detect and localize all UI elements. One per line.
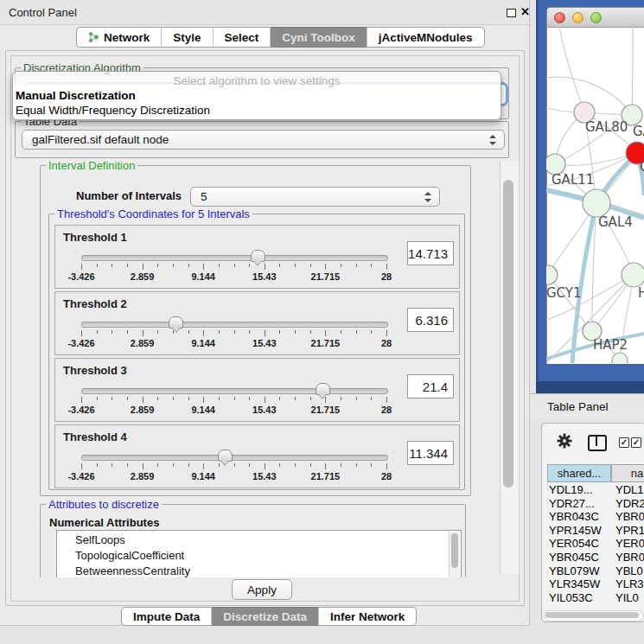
tab-infer-network[interactable]: Infer Network <box>319 607 417 626</box>
attribute-item-betweennesscentrality[interactable]: BetweennessCentrality <box>57 564 461 577</box>
tick-mark <box>127 330 128 334</box>
node-bottom[interactable] <box>612 353 628 363</box>
float-window-icon[interactable] <box>507 9 516 17</box>
cell-name: YBL0 <box>615 564 643 577</box>
tick-mark <box>112 397 112 400</box>
table-row[interactable]: YPR145WYPR1 <box>547 524 644 538</box>
threshold-3-slider-track[interactable] <box>81 388 388 394</box>
tab-jactivemnodules[interactable]: jActiveMNodules <box>367 27 485 48</box>
list-scrollbar[interactable] <box>449 532 460 577</box>
popup-item-manual-discretization[interactable]: Manual Discretization <box>16 89 136 102</box>
network-edge[interactable] <box>548 275 592 331</box>
node-gcy1[interactable] <box>546 265 558 284</box>
threshold-4-slider-thumb[interactable] <box>218 450 233 462</box>
network-window-titlebar[interactable] <box>547 8 644 28</box>
tick-mark <box>249 330 250 334</box>
threshold-4-value-input[interactable]: 11.344 <box>407 441 454 465</box>
tick-mark <box>203 330 204 336</box>
tick-mark <box>173 397 174 400</box>
tick-label: 9.144 <box>177 338 229 348</box>
control-panel-titlebar: Control Panel ✕ <box>0 0 529 25</box>
attribute-item-topologicalcoefficient[interactable]: TopologicalCoefficient <box>57 548 461 564</box>
tick-mark <box>279 397 280 400</box>
threshold-2-slider-thumb[interactable] <box>169 316 183 328</box>
cell-shared-name: YBL079W <box>549 564 600 577</box>
tab-select[interactable]: Select <box>214 27 271 48</box>
close-icon[interactable]: ✕ <box>520 5 530 18</box>
threshold-1-slider-thumb[interactable] <box>251 250 265 262</box>
column-header-shared-[interactable]: shared... <box>547 464 611 482</box>
tick-mark <box>279 264 280 267</box>
threshold-1-slider-track[interactable] <box>81 255 388 261</box>
minimize-traffic-light[interactable] <box>572 12 583 23</box>
main-scrollbar-thumb[interactable] <box>503 180 513 488</box>
attributes-group: Attributes to discretize Numerical Attri… <box>40 504 466 577</box>
tick-mark <box>356 397 357 400</box>
tick-mark <box>219 330 220 334</box>
gear-icon[interactable] <box>557 433 572 449</box>
table-data-combobox[interactable]: galFiltered.sif default node <box>22 130 505 150</box>
tick-mark <box>143 397 143 403</box>
column-header-na[interactable]: na <box>611 464 644 482</box>
network-edge[interactable] <box>632 26 633 115</box>
cell-shared-name: YLR345W <box>549 577 600 590</box>
threshold-4-slider-track[interactable] <box>81 455 388 461</box>
tab-network[interactable]: Network <box>76 27 162 48</box>
zoom-traffic-light[interactable] <box>590 12 602 23</box>
table-row[interactable]: YDR27...YDR2 <box>547 497 644 511</box>
tick-mark <box>279 463 280 467</box>
tick-label: 28 <box>360 271 412 282</box>
table-row[interactable]: YBR043CYBR0 <box>547 510 644 524</box>
tick-mark <box>127 397 128 400</box>
attribute-item-selfloops[interactable]: SelfLoops <box>57 532 461 548</box>
tab-impute-data[interactable]: Impute Data <box>121 607 212 626</box>
table-row[interactable]: YDL19...YDL1 <box>547 483 644 497</box>
close-traffic-light[interactable] <box>554 12 565 23</box>
apply-button[interactable]: Apply <box>232 579 292 600</box>
tick-mark <box>249 264 250 267</box>
threshold-1-value-input[interactable]: 14.713 <box>407 241 454 265</box>
horizontal-scrollbar[interactable] <box>544 610 644 622</box>
threshold-2-value-input[interactable]: 6.316 <box>407 308 454 332</box>
threshold-2-slider-track[interactable] <box>81 322 388 328</box>
column-layout-icon[interactable] <box>588 435 607 451</box>
checkbox-icon[interactable]: ✓ <box>631 437 641 448</box>
node-label-h: H <box>638 285 644 301</box>
tab-cyni-toolbox[interactable]: Cyni Toolbox <box>271 27 367 48</box>
tick-label: -3.426 <box>55 471 107 481</box>
cell-shared-name: YBR043C <box>549 510 599 523</box>
control-panel-title: Control Panel <box>9 6 77 19</box>
tick-label: 21.715 <box>299 338 351 348</box>
table-row[interactable]: YBL079WYBL0 <box>547 564 644 578</box>
table-row[interactable]: YLR345WYLR3 <box>547 577 644 591</box>
network-canvas[interactable]: GAL80GACGAL11GAL4GCY1HHAP2 <box>546 26 644 363</box>
threshold-3-value-input[interactable]: 21.4 <box>407 374 454 399</box>
threshold-3-box: Threshold 3-3.4262.8599.14415.4321.71528… <box>54 358 460 422</box>
table-panel-title: Table Panel <box>547 400 609 413</box>
tick-mark <box>81 330 82 336</box>
tick-label: 15.43 <box>239 271 290 282</box>
tick-mark <box>127 264 128 267</box>
node-label-ga: GA <box>633 124 644 139</box>
tick-label: 15.43 <box>239 338 290 348</box>
network-edge[interactable] <box>559 26 584 112</box>
algorithm-dropdown-popup: Select algorithm to view settings Manual… <box>12 71 501 120</box>
control-panel: Control Panel ✕ NetworkStyleSelectCyni T… <box>0 0 530 626</box>
numerical-attributes-list[interactable]: SelfLoopsTopologicalCoefficientBetweenne… <box>56 530 462 577</box>
threshold-3-slider-thumb[interactable] <box>316 383 330 395</box>
checkbox-icon[interactable]: ✓ <box>619 437 629 448</box>
list-scrollbar-thumb[interactable] <box>451 533 458 568</box>
node-gal4[interactable] <box>583 189 610 217</box>
horizontal-scrollbar-thumb[interactable] <box>545 612 639 618</box>
node-h[interactable] <box>622 263 644 287</box>
tab-style[interactable]: Style <box>162 27 213 48</box>
table-row[interactable]: YBR045CYBR0 <box>547 551 644 564</box>
tick-label: 2.859 <box>117 271 169 282</box>
tab-label: jActiveMNodules <box>379 31 473 44</box>
popup-item-equal-width-frequency-discretization[interactable]: Equal Width/Frequency Discretization <box>16 104 210 117</box>
number-of-intervals-combobox[interactable]: 5 <box>190 187 440 207</box>
tab-discretize-data[interactable]: Discretize Data <box>212 607 319 626</box>
table-row[interactable]: YER054CYER0 <box>547 537 644 551</box>
table-row[interactable]: YIL053CYIL0 <box>547 591 644 605</box>
tick-mark <box>325 463 326 469</box>
